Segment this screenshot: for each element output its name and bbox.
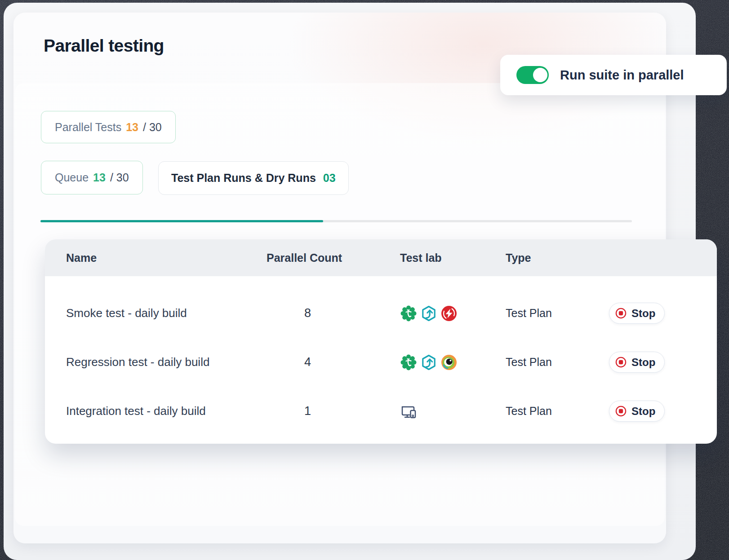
- table-row: Integration test - daily build 1 Test Pl…: [66, 387, 696, 436]
- badge-value: 13: [126, 121, 138, 134]
- stop-label: Stop: [631, 405, 655, 418]
- test-type: Test Plan: [506, 405, 609, 418]
- stop-button[interactable]: Stop: [609, 352, 665, 373]
- table-row: Regression test - daily build 4 Test Pla…: [66, 338, 696, 387]
- testsigma-gear-icon: [400, 305, 417, 322]
- browser-eye-icon: [440, 354, 458, 371]
- page-title: Parallel testing: [44, 36, 164, 56]
- run-parallel-card: Run suite in parallel: [500, 55, 727, 95]
- badge-label: Parallel Tests: [55, 121, 121, 134]
- table-row: Smoke test - daily build 8 Test Plan Sto…: [66, 289, 696, 338]
- column-header-type: Type: [506, 251, 609, 265]
- progress-filled: [40, 220, 323, 222]
- test-plan-runs-pill[interactable]: Test Plan Runs & Dry Runs 03: [158, 161, 349, 195]
- toggle-label: Run suite in parallel: [560, 68, 684, 83]
- test-lab-icons: [400, 305, 506, 322]
- pill-count: 03: [323, 172, 336, 185]
- parallel-count-value: 4: [267, 355, 349, 369]
- parallel-count-value: 1: [267, 404, 349, 418]
- testsigma-gear-icon: [400, 354, 417, 371]
- parallel-tests-table: Name Parallel Count Test lab Type Smoke …: [45, 239, 717, 444]
- stop-icon: [615, 405, 627, 417]
- test-type: Test Plan: [506, 307, 609, 320]
- test-name: Smoke test - daily build: [66, 306, 267, 320]
- test-lab-icons: [400, 354, 506, 371]
- red-lightning-icon: [440, 305, 458, 322]
- parallel-tests-badge: Parallel Tests 13 / 30: [41, 111, 176, 143]
- badge-total: / 30: [143, 121, 162, 134]
- test-type: Test Plan: [506, 356, 609, 369]
- column-header-name: Name: [66, 251, 267, 265]
- stop-icon: [615, 307, 627, 319]
- pill-label: Test Plan Runs & Dry Runs: [171, 172, 316, 185]
- stop-button[interactable]: Stop: [609, 401, 665, 422]
- test-name: Regression test - daily build: [66, 355, 267, 369]
- test-name: Integration test - daily build: [66, 404, 267, 418]
- stop-label: Stop: [631, 307, 655, 320]
- stop-label: Stop: [631, 356, 655, 369]
- stop-icon: [615, 356, 627, 368]
- badge-total: / 30: [110, 171, 129, 184]
- queue-badge: Queue 13 / 30: [41, 161, 143, 194]
- table-body: Smoke test - daily build 8 Test Plan Sto…: [45, 276, 717, 436]
- upgrade-box-icon: [420, 354, 437, 371]
- run-parallel-toggle[interactable]: [516, 66, 549, 84]
- upgrade-box-icon: [420, 305, 437, 322]
- column-header-parallel-count: Parallel Count: [267, 251, 400, 265]
- parallel-count-value: 8: [267, 306, 349, 320]
- badge-label: Queue: [55, 171, 89, 184]
- test-lab-icons: [400, 403, 506, 420]
- stop-button[interactable]: Stop: [609, 303, 665, 324]
- column-header-test-lab: Test lab: [400, 251, 506, 265]
- toggle-knob: [533, 68, 547, 82]
- table-header: Name Parallel Count Test lab Type: [45, 239, 717, 276]
- devices-icon: [400, 403, 417, 420]
- tab-progress-track: [40, 220, 632, 222]
- badge-value: 13: [93, 171, 106, 184]
